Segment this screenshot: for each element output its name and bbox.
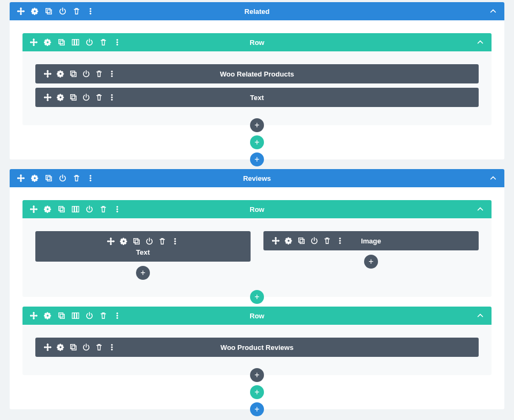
- chevron-up-icon[interactable]: [477, 312, 484, 319]
- more-icon[interactable]: [87, 7, 94, 15]
- trash-icon[interactable]: [73, 7, 80, 15]
- module-header[interactable]: Woo Related Products: [35, 64, 479, 83]
- more-icon[interactable]: [108, 343, 116, 351]
- column-right: Image +: [263, 231, 479, 280]
- duplicate-icon[interactable]: [133, 238, 140, 245]
- add-section-button[interactable]: +: [250, 152, 264, 166]
- power-icon[interactable]: [311, 237, 318, 245]
- power-icon[interactable]: [86, 312, 93, 319]
- power-icon[interactable]: [59, 7, 66, 15]
- duplicate-icon[interactable]: [70, 70, 77, 78]
- gear-icon[interactable]: [57, 343, 64, 351]
- duplicate-icon[interactable]: [58, 312, 65, 319]
- row-header[interactable]: Row: [22, 33, 492, 51]
- duplicate-icon[interactable]: [70, 94, 77, 101]
- add-module-button[interactable]: +: [136, 266, 150, 280]
- duplicate-icon[interactable]: [298, 237, 305, 245]
- move-icon[interactable]: [30, 39, 37, 46]
- section-header[interactable]: Related: [10, 2, 504, 20]
- gear-icon[interactable]: [44, 39, 51, 46]
- add-module-button[interactable]: +: [250, 118, 264, 132]
- svg-point-3: [90, 11, 91, 12]
- gear-icon[interactable]: [120, 238, 127, 245]
- module-header[interactable]: Text: [35, 88, 479, 107]
- power-icon[interactable]: [146, 238, 153, 245]
- duplicate-icon[interactable]: [45, 7, 52, 15]
- columns-icon[interactable]: [72, 205, 79, 213]
- power-icon[interactable]: [86, 39, 93, 46]
- module-image[interactable]: Image: [263, 231, 479, 250]
- power-icon[interactable]: [82, 70, 90, 78]
- move-icon[interactable]: [30, 205, 37, 213]
- module-text[interactable]: Text: [35, 231, 251, 262]
- gear-icon[interactable]: [44, 205, 51, 213]
- gear-icon[interactable]: [57, 94, 64, 101]
- chevron-up-icon[interactable]: [477, 39, 484, 46]
- section-toolbar: [10, 174, 94, 182]
- trash-icon[interactable]: [100, 312, 107, 319]
- svg-rect-24: [47, 177, 51, 181]
- move-icon[interactable]: [44, 70, 51, 78]
- svg-rect-14: [72, 72, 76, 77]
- more-icon[interactable]: [87, 174, 94, 182]
- more-icon[interactable]: [114, 39, 121, 46]
- trash-icon[interactable]: [158, 238, 166, 245]
- more-icon[interactable]: [336, 237, 344, 245]
- svg-rect-9: [77, 40, 79, 45]
- svg-point-4: [90, 13, 91, 14]
- trash-icon[interactable]: [95, 94, 103, 101]
- power-icon[interactable]: [86, 205, 93, 213]
- svg-point-11: [117, 42, 118, 43]
- more-icon[interactable]: [108, 94, 116, 101]
- module-woo-related: Woo Related Products: [35, 64, 479, 83]
- add-row-button[interactable]: +: [250, 385, 264, 399]
- trash-icon[interactable]: [323, 237, 331, 245]
- power-icon[interactable]: [59, 174, 66, 182]
- more-icon[interactable]: [108, 70, 116, 78]
- move-icon[interactable]: [17, 174, 25, 182]
- gear-icon[interactable]: [31, 7, 39, 15]
- gear-icon[interactable]: [285, 237, 292, 245]
- trash-icon[interactable]: [100, 205, 107, 213]
- gear-icon[interactable]: [44, 312, 51, 319]
- add-row-button[interactable]: +: [250, 290, 264, 304]
- move-icon[interactable]: [107, 238, 115, 245]
- more-icon[interactable]: [114, 312, 121, 319]
- duplicate-icon[interactable]: [45, 174, 52, 182]
- trash-icon[interactable]: [100, 39, 107, 46]
- chevron-up-icon[interactable]: [489, 7, 497, 15]
- move-icon[interactable]: [30, 312, 37, 319]
- power-icon[interactable]: [82, 94, 90, 101]
- trash-icon[interactable]: [95, 70, 103, 78]
- section-header[interactable]: Reviews: [10, 169, 504, 187]
- power-icon[interactable]: [82, 343, 90, 351]
- row-header[interactable]: Row: [22, 200, 492, 218]
- more-icon[interactable]: [114, 205, 121, 213]
- duplicate-icon[interactable]: [70, 343, 77, 351]
- module-header[interactable]: Woo Product Reviews: [35, 338, 479, 357]
- column-left: Text +: [35, 231, 251, 280]
- add-module-button[interactable]: +: [250, 368, 264, 382]
- move-icon[interactable]: [44, 343, 51, 351]
- chevron-up-icon[interactable]: [489, 174, 497, 182]
- more-icon[interactable]: [171, 238, 179, 245]
- move-icon[interactable]: [44, 94, 51, 101]
- row-header[interactable]: Row: [22, 307, 492, 325]
- svg-point-25: [90, 175, 91, 176]
- trash-icon[interactable]: [95, 343, 103, 351]
- svg-point-2: [90, 8, 91, 9]
- columns-icon[interactable]: [72, 39, 79, 46]
- columns-icon[interactable]: [72, 312, 79, 319]
- gear-icon[interactable]: [57, 70, 64, 78]
- add-module-button[interactable]: +: [364, 255, 378, 269]
- move-icon[interactable]: [17, 7, 25, 15]
- add-section-button[interactable]: +: [250, 402, 264, 416]
- duplicate-icon[interactable]: [58, 39, 65, 46]
- add-row-button[interactable]: +: [250, 135, 264, 149]
- gear-icon[interactable]: [31, 174, 39, 182]
- chevron-up-icon[interactable]: [477, 205, 484, 213]
- move-icon[interactable]: [272, 237, 279, 245]
- trash-icon[interactable]: [73, 174, 80, 182]
- svg-point-20: [111, 94, 112, 95]
- duplicate-icon[interactable]: [58, 205, 65, 213]
